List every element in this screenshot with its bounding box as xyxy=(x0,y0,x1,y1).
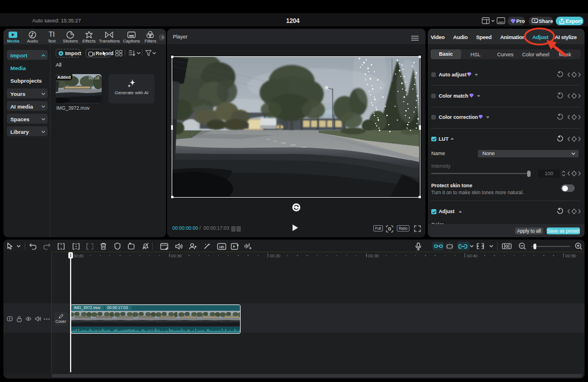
svg-text:HD: HD xyxy=(219,245,225,248)
